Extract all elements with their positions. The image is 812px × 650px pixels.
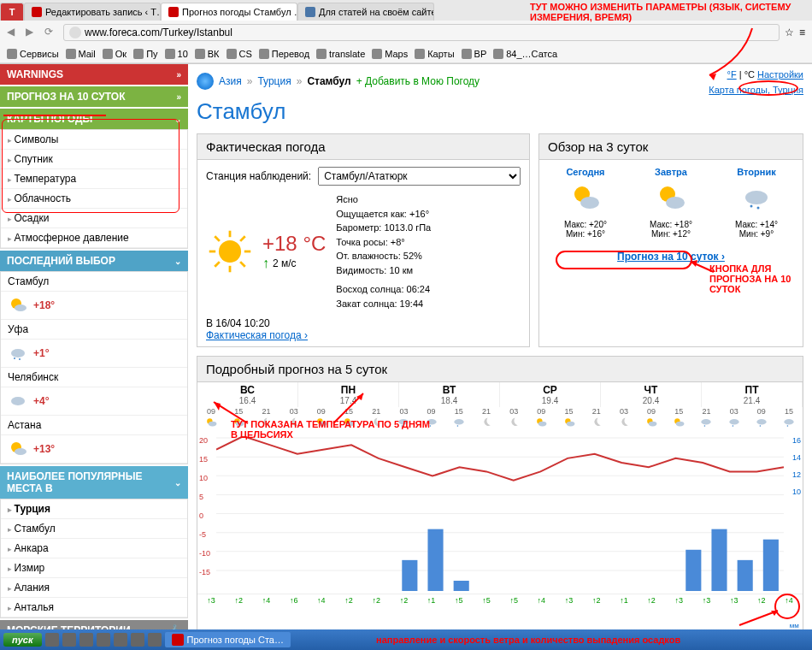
svg-line-14 <box>240 262 245 267</box>
quicklaunch-icon[interactable] <box>97 633 110 647</box>
breadcrumb-asia[interactable]: Азия <box>219 75 242 87</box>
chevron-down-icon: ⌄ <box>174 478 181 488</box>
back-button[interactable]: ◀ <box>7 26 21 39</box>
forward-button[interactable]: ▶ <box>26 26 39 39</box>
svg-point-21 <box>745 191 768 204</box>
bookmark-item[interactable]: 84_…Сатса <box>493 49 557 59</box>
overview-day[interactable]: Сегодня Макс: +20°Мин: +16° <box>564 167 607 239</box>
obs-time: В 16/04 10:20 <box>206 317 270 329</box>
map-link[interactable]: Карта погоды, Турция <box>709 85 803 95</box>
quicklaunch-icon[interactable] <box>148 633 162 647</box>
sidebar-item-city[interactable]: Измир <box>1 558 187 578</box>
bm-icon <box>259 49 269 59</box>
bookmark-item[interactable]: Ок <box>103 49 127 59</box>
breadcrumb-turkey[interactable]: Турция <box>257 75 291 87</box>
menu-icon[interactable]: ≡ <box>799 27 805 38</box>
svg-point-34 <box>427 419 436 424</box>
station-select[interactable]: Стамбул/Ататюрк <box>318 167 521 186</box>
tab-title: Прогноз погоды Стамбул … <box>182 7 297 17</box>
sidebar-item-city[interactable]: Алания <box>1 578 187 598</box>
bm-icon <box>372 49 382 59</box>
svg-rect-65 <box>685 550 701 591</box>
sidebar-item-pressure[interactable]: Атмосферное давление <box>1 228 187 248</box>
bookmark-item[interactable]: Сервисы <box>7 49 59 59</box>
station-label: Станция наблюдений: <box>206 170 311 182</box>
chevron-icon: » <box>176 92 181 102</box>
recent-city[interactable]: +13° <box>1 435 187 464</box>
sidebar-item-city[interactable]: Анталья <box>1 598 187 618</box>
tab-strip: T Редактировать запись ‹ Т… Прогноз пого… <box>0 0 812 21</box>
bookmark-item[interactable]: ВК <box>195 49 220 59</box>
recent-city[interactable]: +18° <box>1 292 187 320</box>
url-input[interactable]: www.foreca.com/Turkey/Istanbul <box>63 24 780 41</box>
annotation-underline <box>3 115 106 116</box>
svg-point-39 <box>538 422 547 427</box>
quicklaunch-icon[interactable] <box>114 633 127 647</box>
svg-point-45 <box>676 422 685 427</box>
reload-button[interactable]: ⟳ <box>44 26 58 39</box>
browser-tab-3[interactable]: Для статей на своём сайте <box>297 3 434 21</box>
svg-point-5 <box>11 397 25 405</box>
svg-point-46 <box>702 419 711 424</box>
sidebar-country[interactable]: Турция <box>1 499 187 519</box>
sidebar-item-city[interactable]: Анкара <box>1 539 187 558</box>
bookmark-item[interactable]: Mail <box>66 49 96 59</box>
start-button[interactable]: пуск <box>3 633 42 647</box>
favicon-icon <box>305 7 315 17</box>
bookmark-star-icon[interactable]: ☆ <box>785 27 794 38</box>
bm-icon <box>493 49 503 59</box>
svg-rect-66 <box>711 529 727 591</box>
svg-point-37 <box>456 425 458 427</box>
bookmarks-bar: Сервисы Mail Ок Пу 10 ВК CS Перевод tran… <box>0 44 812 63</box>
quicklaunch-icon[interactable] <box>79 633 93 647</box>
svg-rect-64 <box>454 581 469 591</box>
bookmark-item[interactable]: 10 <box>165 49 188 59</box>
recent-city[interactable]: Челябинск <box>1 368 187 387</box>
bm-icon <box>66 49 76 59</box>
bm-icon <box>415 49 425 59</box>
svg-rect-68 <box>763 540 779 591</box>
bm-icon <box>195 49 205 59</box>
bookmark-item[interactable]: BP <box>462 49 487 59</box>
globe-icon[interactable] <box>197 73 214 90</box>
bookmark-item[interactable]: CS <box>227 49 252 59</box>
svg-point-4 <box>19 358 21 360</box>
bookmark-item[interactable]: Пу <box>133 49 157 59</box>
sidebar-warnings[interactable]: WARNINGS» <box>0 64 188 85</box>
chevron-down-icon: ⌄ <box>174 257 181 266</box>
taskbar-task[interactable]: Прогноз погоды Ста… <box>165 632 291 647</box>
obs-link[interactable]: Фактическая погода › <box>206 329 308 341</box>
recent-city[interactable]: +1° <box>1 340 187 368</box>
sidebar-recent[interactable]: ПОСЛЕДНИЙ ВЫБОР⌄ <box>0 251 188 271</box>
unit-f[interactable]: °F <box>727 69 737 80</box>
app-tab[interactable]: T <box>0 3 24 21</box>
bookmark-item[interactable]: Перевод <box>259 49 309 59</box>
add-to-my-weather[interactable]: + Добавить в Мою Погоду <box>356 75 480 87</box>
recent-city[interactable]: Уфа <box>1 320 187 340</box>
bm-icon <box>165 49 175 59</box>
overview-day[interactable]: Завтра Макс: +18°Мин: +12° <box>650 167 692 239</box>
bookmark-item[interactable]: Maps <box>372 49 408 59</box>
browser-tab-1[interactable]: Редактировать запись ‹ Т… <box>24 3 161 21</box>
svg-point-50 <box>756 419 766 424</box>
overview-day[interactable]: Вторник Макс: +14°Мин: +9° <box>735 167 778 239</box>
current-details: Ясно Ощущается как: +16° Барометр: 1013.… <box>336 192 431 310</box>
quicklaunch-icon[interactable] <box>131 633 144 647</box>
browser-tab-2[interactable]: Прогноз погоды Стамбул … <box>161 3 297 21</box>
svg-point-8 <box>219 240 241 263</box>
forecast-10day-link[interactable]: Прогноз на 10 суток › <box>617 251 725 263</box>
weather-icon <box>8 295 28 316</box>
recent-city[interactable]: Стамбул <box>1 272 187 292</box>
bookmark-item[interactable]: Карты <box>415 49 454 59</box>
quicklaunch-icon[interactable] <box>62 633 76 647</box>
quicklaunch-icon[interactable] <box>45 633 59 647</box>
settings-link[interactable]: Настройки <box>757 69 803 80</box>
sidebar-item-city[interactable]: Стамбул <box>1 519 187 539</box>
bookmark-item[interactable]: translate <box>316 49 365 59</box>
bm-icon <box>7 49 17 59</box>
bm-icon <box>462 49 472 59</box>
sidebar-popular[interactable]: НАИБОЛЕЕ ПОПУЛЯРНЫЕ МЕСТА В⌄ <box>0 466 188 499</box>
sidebar-10day[interactable]: ПРОГНОЗ НА 10 СУТОК» <box>0 86 188 107</box>
recent-city[interactable]: +4° <box>1 387 187 416</box>
recent-city[interactable]: Астана <box>1 416 187 435</box>
